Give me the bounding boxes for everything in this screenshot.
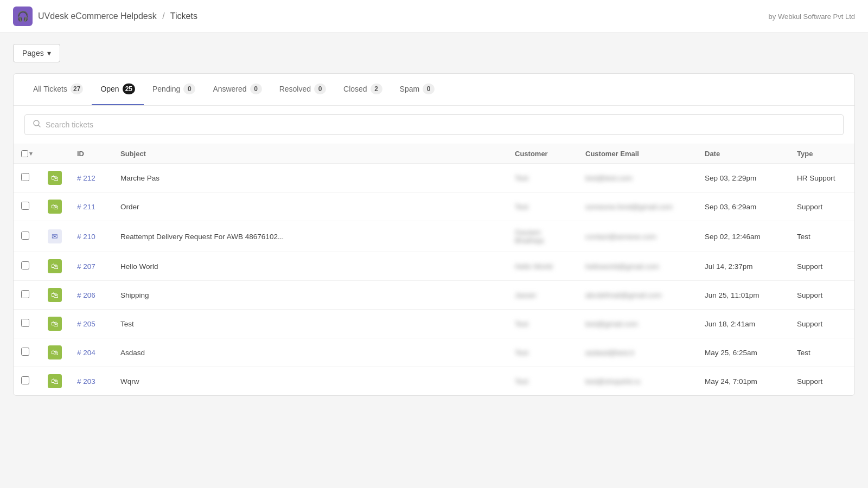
ticket-id-link[interactable]: # 211 xyxy=(77,203,95,211)
source-icon: 🛍 xyxy=(48,171,62,185)
row-checkbox-cell xyxy=(14,338,40,367)
row-checkbox-# 203[interactable] xyxy=(21,376,29,384)
search-input[interactable] xyxy=(46,120,835,129)
ticket-id-link[interactable]: # 207 xyxy=(77,262,95,271)
row-date-cell: Sep 03, 2:29pm xyxy=(697,164,789,192)
select-all-checkbox[interactable] xyxy=(21,150,28,157)
row-checkbox-cell xyxy=(14,192,40,221)
ticket-id-link[interactable]: # 206 xyxy=(77,291,95,299)
row-source-cell: 🛍 xyxy=(40,164,69,192)
row-checkbox-# 206[interactable] xyxy=(21,290,29,298)
row-subject-cell: Reattempt Delivery Request For AWB 48676… xyxy=(113,221,507,252)
customer-name: Test xyxy=(515,174,528,182)
row-customer-cell: Jasser xyxy=(507,281,578,310)
customer-name: Test xyxy=(515,320,528,328)
row-id-cell: # 207 xyxy=(69,252,113,281)
col-header-checkbox: ▾ xyxy=(14,144,40,164)
tab-resolved[interactable]: Resolved 0 xyxy=(271,74,335,105)
row-email-cell: asdasd@test.it xyxy=(578,338,697,367)
tab-answered[interactable]: Answered 0 xyxy=(204,74,270,105)
tab-closed[interactable]: Closed 2 xyxy=(335,74,391,105)
row-customer-cell: Test xyxy=(507,367,578,396)
row-customer-cell: Test xyxy=(507,310,578,338)
tab-spam[interactable]: Spam 0 xyxy=(391,74,444,105)
search-bar xyxy=(14,106,854,144)
source-icon: 🛍 xyxy=(48,200,62,214)
row-date-cell: Sep 02, 12:46am xyxy=(697,221,789,252)
table-row: 🛍 # 206 Shipping Jasser abcdefmail@gmail… xyxy=(14,281,854,310)
row-customer-cell: Test xyxy=(507,338,578,367)
table-row: 🛍 # 211 Order Test someone.fond@gmail.co… xyxy=(14,192,854,221)
row-checkbox-cell xyxy=(14,367,40,396)
row-id-cell: # 212 xyxy=(69,164,113,192)
row-email-cell: test@shopshit.ru xyxy=(578,367,697,396)
pages-button[interactable]: Pages ▾ xyxy=(13,44,60,62)
tab-resolved-badge: 0 xyxy=(314,84,326,94)
customer-email: test@shopshit.ru xyxy=(585,377,641,386)
ticket-id-link[interactable]: # 210 xyxy=(77,233,95,241)
ticket-id-link[interactable]: # 204 xyxy=(77,349,95,357)
row-id-cell: # 210 xyxy=(69,221,113,252)
app-title: UVdesk eCommerce Helpdesk / Tickets xyxy=(38,11,197,21)
table-row: 🛍 # 212 Marche Pas Test test@test.com Se… xyxy=(14,164,854,192)
tab-answered-badge: 0 xyxy=(250,84,262,94)
row-subject-cell: Test xyxy=(113,310,507,338)
row-checkbox-# 212[interactable] xyxy=(21,173,29,181)
row-subject-cell: Order xyxy=(113,192,507,221)
col-header-email: Customer Email xyxy=(578,144,697,164)
customer-email: asdasd@test.it xyxy=(585,349,634,357)
row-date-cell: Jun 25, 11:01pm xyxy=(697,281,789,310)
row-source-cell: 🛍 xyxy=(40,252,69,281)
row-subject-cell: Marche Pas xyxy=(113,164,507,192)
tab-all-tickets-label: All Tickets xyxy=(33,85,67,93)
tab-all-tickets-badge: 27 xyxy=(71,84,83,94)
ticket-id-link[interactable]: # 205 xyxy=(77,320,95,328)
tab-answered-label: Answered xyxy=(213,85,246,93)
row-date-cell: Jul 14, 2:37pm xyxy=(697,252,789,281)
row-checkbox-# 210[interactable] xyxy=(21,232,29,240)
row-id-cell: # 205 xyxy=(69,310,113,338)
row-source-cell: 🛍 xyxy=(40,338,69,367)
search-icon xyxy=(33,119,41,130)
tab-all-tickets[interactable]: All Tickets 27 xyxy=(24,74,92,105)
row-id-cell: # 211 xyxy=(69,192,113,221)
breadcrumb-separator: / xyxy=(162,11,164,21)
row-checkbox-# 211[interactable] xyxy=(21,202,29,210)
source-icon: 🛍 xyxy=(48,288,62,302)
search-input-wrap xyxy=(24,114,844,135)
ticket-id-link[interactable]: # 203 xyxy=(77,377,95,386)
source-icon: 🛍 xyxy=(48,259,62,273)
table-row: 🛍 # 203 Wqrw Test test@shopshit.ru May 2… xyxy=(14,367,854,396)
row-date-cell: May 24, 7:01pm xyxy=(697,367,789,396)
tab-pending-badge: 0 xyxy=(183,84,195,94)
tab-resolved-label: Resolved xyxy=(279,85,311,93)
row-source-cell: 🛍 xyxy=(40,281,69,310)
row-type-cell: Test xyxy=(789,338,854,367)
col-header-type: Type xyxy=(789,144,854,164)
row-source-cell: 🛍 xyxy=(40,367,69,396)
app-logo: 🎧 xyxy=(13,7,33,26)
tab-spam-badge: 0 xyxy=(423,84,435,94)
tab-pending-label: Pending xyxy=(152,85,180,93)
customer-name: Test xyxy=(515,203,528,211)
tab-open[interactable]: Open 25 xyxy=(92,74,144,105)
customer-email: someone.fond@gmail.com xyxy=(585,203,673,211)
select-all-dropdown-icon[interactable]: ▾ xyxy=(29,150,33,157)
tab-pending[interactable]: Pending 0 xyxy=(144,74,204,105)
row-email-cell: helloworld@gmail.com xyxy=(578,252,697,281)
tab-closed-badge: 2 xyxy=(371,84,382,94)
row-source-cell: 🛍 xyxy=(40,192,69,221)
customer-email: test@gmail.com xyxy=(585,320,638,328)
customer-name: Jasser xyxy=(515,291,537,299)
row-checkbox-# 204[interactable] xyxy=(21,348,29,356)
row-email-cell: someone.fond@gmail.com xyxy=(578,192,697,221)
row-email-cell: abcdefmail@gmail.com xyxy=(578,281,697,310)
customer-email: helloworld@gmail.com xyxy=(585,262,659,271)
row-type-cell: Support xyxy=(789,252,854,281)
row-checkbox-# 205[interactable] xyxy=(21,319,29,327)
row-customer-cell: Test xyxy=(507,192,578,221)
pages-button-label: Pages xyxy=(22,49,44,57)
row-subject-cell: Wqrw xyxy=(113,367,507,396)
ticket-id-link[interactable]: # 212 xyxy=(77,174,95,182)
row-checkbox-# 207[interactable] xyxy=(21,261,29,269)
